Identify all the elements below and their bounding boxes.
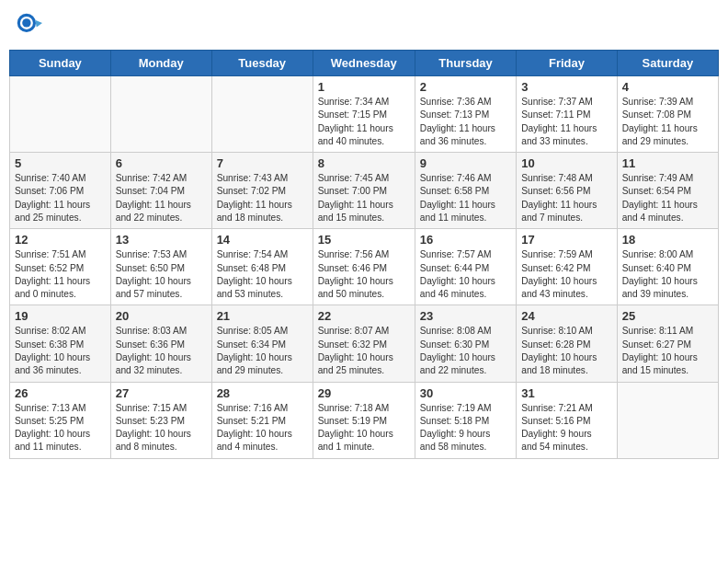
calendar-day-cell: 3Sunrise: 7:37 AM Sunset: 7:11 PM Daylig… <box>517 76 617 153</box>
day-info: Sunrise: 7:15 AM Sunset: 5:23 PM Dayligh… <box>116 402 207 454</box>
day-number: 6 <box>116 156 207 170</box>
day-info: Sunrise: 8:05 AM Sunset: 6:34 PM Dayligh… <box>217 325 308 377</box>
calendar-day-cell <box>211 76 313 153</box>
day-number: 26 <box>15 386 106 400</box>
calendar-table: SundayMondayTuesdayWednesdayThursdayFrid… <box>9 50 719 459</box>
day-number: 25 <box>622 309 713 323</box>
calendar-day-cell: 27Sunrise: 7:15 AM Sunset: 5:23 PM Dayli… <box>110 382 211 458</box>
day-info: Sunrise: 7:37 AM Sunset: 7:11 PM Dayligh… <box>521 96 611 148</box>
calendar-day-cell: 13Sunrise: 7:53 AM Sunset: 6:50 PM Dayli… <box>110 229 211 305</box>
day-number: 7 <box>217 156 308 170</box>
day-info: Sunrise: 8:07 AM Sunset: 6:32 PM Dayligh… <box>318 325 410 377</box>
day-info: Sunrise: 7:19 AM Sunset: 5:18 PM Dayligh… <box>420 402 511 454</box>
day-number: 21 <box>217 309 308 323</box>
day-info: Sunrise: 7:16 AM Sunset: 5:21 PM Dayligh… <box>217 402 308 454</box>
day-number: 24 <box>521 309 611 323</box>
calendar-day-cell: 28Sunrise: 7:16 AM Sunset: 5:21 PM Dayli… <box>211 382 313 458</box>
calendar-day-cell: 8Sunrise: 7:45 AM Sunset: 7:00 PM Daylig… <box>313 153 415 229</box>
day-number: 11 <box>622 156 713 170</box>
day-number: 9 <box>420 156 511 170</box>
calendar-week-row: 26Sunrise: 7:13 AM Sunset: 5:25 PM Dayli… <box>10 382 719 458</box>
calendar-day-cell: 24Sunrise: 8:10 AM Sunset: 6:28 PM Dayli… <box>517 305 617 382</box>
day-number: 22 <box>318 309 410 323</box>
day-number: 19 <box>15 309 106 323</box>
calendar-day-cell: 26Sunrise: 7:13 AM Sunset: 5:25 PM Dayli… <box>10 382 111 458</box>
calendar-header-row: SundayMondayTuesdayWednesdayThursdayFrid… <box>10 51 719 76</box>
calendar-day-cell: 5Sunrise: 7:40 AM Sunset: 7:06 PM Daylig… <box>10 153 111 229</box>
day-number: 18 <box>622 233 713 247</box>
day-info: Sunrise: 7:45 AM Sunset: 7:00 PM Dayligh… <box>318 172 410 224</box>
page-header <box>9 9 719 42</box>
calendar-day-cell: 15Sunrise: 7:56 AM Sunset: 6:46 PM Dayli… <box>313 229 415 305</box>
day-info: Sunrise: 8:11 AM Sunset: 6:27 PM Dayligh… <box>622 325 713 377</box>
calendar-day-cell: 12Sunrise: 7:51 AM Sunset: 6:52 PM Dayli… <box>10 229 111 305</box>
svg-marker-3 <box>35 20 42 28</box>
day-number: 20 <box>116 309 207 323</box>
calendar-day-cell: 4Sunrise: 7:39 AM Sunset: 7:08 PM Daylig… <box>617 76 718 153</box>
calendar-day-cell <box>110 76 211 153</box>
calendar-week-row: 5Sunrise: 7:40 AM Sunset: 7:06 PM Daylig… <box>10 153 719 229</box>
day-of-week-header: Monday <box>110 51 211 76</box>
day-number: 15 <box>318 233 410 247</box>
calendar-day-cell: 22Sunrise: 8:07 AM Sunset: 6:32 PM Dayli… <box>313 305 415 382</box>
calendar-day-cell: 1Sunrise: 7:34 AM Sunset: 7:15 PM Daylig… <box>313 76 415 153</box>
calendar-day-cell: 25Sunrise: 8:11 AM Sunset: 6:27 PM Dayli… <box>617 305 718 382</box>
calendar-day-cell <box>617 382 718 458</box>
calendar-day-cell: 23Sunrise: 8:08 AM Sunset: 6:30 PM Dayli… <box>415 305 516 382</box>
day-info: Sunrise: 7:34 AM Sunset: 7:15 PM Dayligh… <box>318 96 410 148</box>
logo-icon <box>17 13 42 39</box>
day-number: 16 <box>420 233 511 247</box>
day-number: 12 <box>15 233 106 247</box>
day-info: Sunrise: 8:03 AM Sunset: 6:36 PM Dayligh… <box>116 325 207 377</box>
calendar-day-cell: 11Sunrise: 7:49 AM Sunset: 6:54 PM Dayli… <box>617 153 718 229</box>
day-info: Sunrise: 7:59 AM Sunset: 6:42 PM Dayligh… <box>521 248 611 301</box>
day-info: Sunrise: 7:49 AM Sunset: 6:54 PM Dayligh… <box>622 172 713 224</box>
day-number: 4 <box>622 80 713 94</box>
calendar-week-row: 19Sunrise: 8:02 AM Sunset: 6:38 PM Dayli… <box>10 305 719 382</box>
calendar-day-cell: 2Sunrise: 7:36 AM Sunset: 7:13 PM Daylig… <box>415 76 516 153</box>
day-info: Sunrise: 7:36 AM Sunset: 7:13 PM Dayligh… <box>420 96 511 148</box>
day-number: 29 <box>318 386 410 400</box>
day-number: 14 <box>217 233 308 247</box>
day-number: 17 <box>521 233 611 247</box>
calendar-day-cell: 29Sunrise: 7:18 AM Sunset: 5:19 PM Dayli… <box>313 382 415 458</box>
day-of-week-header: Friday <box>517 51 617 76</box>
logo <box>17 13 46 39</box>
day-number: 27 <box>116 386 207 400</box>
calendar-day-cell: 7Sunrise: 7:43 AM Sunset: 7:02 PM Daylig… <box>211 153 313 229</box>
day-info: Sunrise: 7:13 AM Sunset: 5:25 PM Dayligh… <box>15 402 106 454</box>
calendar-day-cell: 30Sunrise: 7:19 AM Sunset: 5:18 PM Dayli… <box>415 382 516 458</box>
calendar-day-cell: 14Sunrise: 7:54 AM Sunset: 6:48 PM Dayli… <box>211 229 313 305</box>
calendar-week-row: 12Sunrise: 7:51 AM Sunset: 6:52 PM Dayli… <box>10 229 719 305</box>
day-number: 2 <box>420 80 511 94</box>
day-info: Sunrise: 7:21 AM Sunset: 5:16 PM Dayligh… <box>521 402 611 454</box>
day-info: Sunrise: 7:48 AM Sunset: 6:56 PM Dayligh… <box>521 172 611 224</box>
day-number: 3 <box>521 80 611 94</box>
day-info: Sunrise: 7:53 AM Sunset: 6:50 PM Dayligh… <box>116 248 207 301</box>
day-info: Sunrise: 7:57 AM Sunset: 6:44 PM Dayligh… <box>420 248 511 301</box>
calendar-day-cell: 31Sunrise: 7:21 AM Sunset: 5:16 PM Dayli… <box>517 382 617 458</box>
day-number: 30 <box>420 386 511 400</box>
day-info: Sunrise: 7:51 AM Sunset: 6:52 PM Dayligh… <box>15 248 106 301</box>
calendar-day-cell: 9Sunrise: 7:46 AM Sunset: 6:58 PM Daylig… <box>415 153 516 229</box>
day-of-week-header: Tuesday <box>211 51 313 76</box>
calendar-day-cell: 19Sunrise: 8:02 AM Sunset: 6:38 PM Dayli… <box>10 305 111 382</box>
calendar-day-cell: 17Sunrise: 7:59 AM Sunset: 6:42 PM Dayli… <box>517 229 617 305</box>
day-info: Sunrise: 8:08 AM Sunset: 6:30 PM Dayligh… <box>420 325 511 377</box>
day-info: Sunrise: 7:56 AM Sunset: 6:46 PM Dayligh… <box>318 248 410 301</box>
day-info: Sunrise: 7:54 AM Sunset: 6:48 PM Dayligh… <box>217 248 308 301</box>
day-info: Sunrise: 7:46 AM Sunset: 6:58 PM Dayligh… <box>420 172 511 224</box>
day-of-week-header: Wednesday <box>313 51 415 76</box>
day-info: Sunrise: 7:18 AM Sunset: 5:19 PM Dayligh… <box>318 402 410 454</box>
day-number: 23 <box>420 309 511 323</box>
day-number: 8 <box>318 156 410 170</box>
calendar-day-cell: 20Sunrise: 8:03 AM Sunset: 6:36 PM Dayli… <box>110 305 211 382</box>
day-info: Sunrise: 8:02 AM Sunset: 6:38 PM Dayligh… <box>15 325 106 377</box>
day-info: Sunrise: 8:10 AM Sunset: 6:28 PM Dayligh… <box>521 325 611 377</box>
day-number: 1 <box>318 80 410 94</box>
calendar-day-cell: 21Sunrise: 8:05 AM Sunset: 6:34 PM Dayli… <box>211 305 313 382</box>
day-of-week-header: Thursday <box>415 51 516 76</box>
day-of-week-header: Saturday <box>617 51 718 76</box>
calendar-week-row: 1Sunrise: 7:34 AM Sunset: 7:15 PM Daylig… <box>10 76 719 153</box>
calendar-day-cell <box>10 76 111 153</box>
